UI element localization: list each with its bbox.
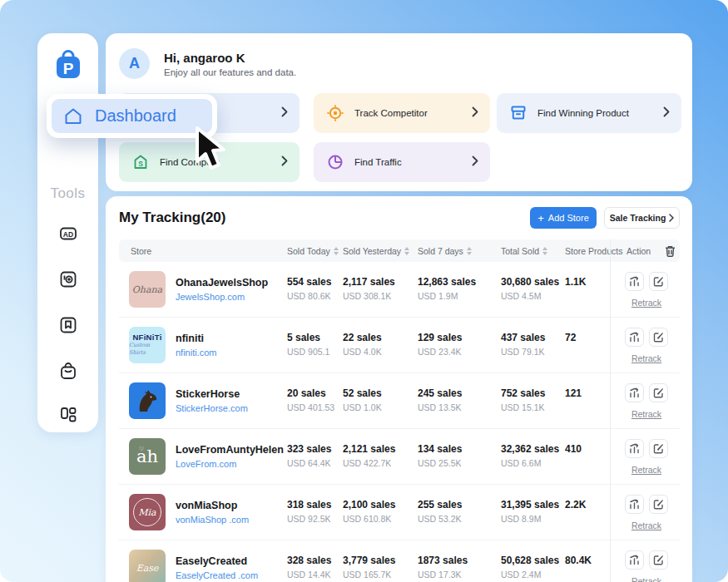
retrack-link[interactable]: Retrack [617, 576, 676, 582]
greeting-subtitle: Enjoy all our features and data. [164, 67, 296, 77]
retrack-link[interactable]: Retrack [617, 465, 676, 475]
svg-text:P: P [63, 60, 74, 77]
store-name: vonMiaShop [176, 500, 237, 511]
sort-icon[interactable] [404, 247, 409, 255]
store-logo: ah♡ [129, 438, 166, 475]
store-products-count: 80.4K [565, 555, 592, 566]
store-logo [129, 382, 166, 419]
store-link[interactable]: StickerHorse.com [176, 403, 248, 413]
table-row: Ease EaselyCreated EaselyCreated .com 32… [119, 540, 680, 582]
feature-card-find-traffic[interactable]: Find Traffic [314, 142, 490, 182]
svg-text:AD: AD [62, 230, 72, 239]
analytics-button[interactable] [625, 328, 644, 347]
edit-button[interactable] [649, 550, 668, 570]
col-sold-yesterday[interactable]: Sold Yesterday [343, 239, 409, 262]
sidebar: P Tools AD [37, 33, 98, 432]
store-link[interactable]: JewelsShop.com [176, 292, 245, 302]
edit-button[interactable] [649, 495, 668, 514]
sort-icon[interactable] [467, 247, 472, 255]
store-name: StickerHorse [176, 388, 240, 400]
app-logo-icon[interactable]: P [52, 48, 85, 81]
feature-card-find-winning-product[interactable]: Find Winning Product [497, 93, 681, 133]
add-store-button[interactable]: + Add Store [530, 207, 597, 229]
store-name: EaselyCreated [176, 555, 247, 567]
store-logo: NFiNiTiCustom Shirts [129, 327, 166, 363]
shop-s-icon: S [131, 153, 150, 171]
tracking-title: My Tracking(20) [119, 210, 226, 226]
product-scan-icon[interactable] [37, 269, 98, 290]
action-cell: Retrack [617, 262, 680, 318]
svg-text:S: S [138, 160, 143, 168]
home-icon [62, 106, 84, 127]
action-cell: Retrack [617, 540, 680, 582]
sort-icon[interactable] [542, 247, 547, 255]
edit-button[interactable] [649, 439, 668, 458]
dashboard-nav-label: Dashboard [95, 106, 176, 126]
mouse-cursor [191, 125, 234, 180]
sort-icon[interactable] [334, 247, 339, 255]
analytics-button[interactable] [625, 495, 644, 514]
store-products-count: 72 [565, 332, 576, 343]
pie-chart-icon [326, 153, 344, 171]
store-link[interactable]: LoveFrom.com [176, 459, 236, 469]
col-sold-7-days[interactable]: Sold 7 days [418, 239, 472, 262]
retrack-link[interactable]: Retrack [617, 298, 676, 308]
table-row: ah♡ LoveFromAuntyHelen LoveFrom.com 323 … [119, 429, 680, 485]
greeting-text: Hi, angaroo K [164, 51, 245, 65]
retrack-link[interactable]: Retrack [617, 520, 676, 530]
analytics-button[interactable] [625, 550, 644, 570]
action-cell: Retrack [617, 318, 680, 373]
store-products-count: 2.2K [565, 499, 586, 510]
avatar[interactable]: A [119, 48, 150, 79]
sale-tracking-button[interactable]: Sale Tracking [604, 207, 680, 229]
store-products-count: 121 [565, 387, 582, 399]
store-name: LoveFromAuntyHelen [176, 444, 284, 456]
plus-icon: + [537, 212, 544, 224]
chevron-right-icon [472, 155, 478, 170]
chevron-right-icon [663, 106, 670, 121]
feature-card-label: Track Competitor [354, 108, 428, 118]
action-cell: Retrack [617, 373, 680, 429]
store-products-count: 410 [565, 443, 582, 455]
chevron-right-icon [281, 155, 288, 170]
horse-logo-image [133, 387, 161, 415]
analytics-button[interactable] [625, 383, 644, 402]
table-row: StickerHorse StickerHorse.com 20 salesUS… [119, 373, 680, 429]
tracking-table: Store Sold Today Sold Yesterday Sold 7 d… [119, 239, 680, 582]
action-cell: Retrack [617, 485, 680, 540]
trash-icon[interactable] [663, 244, 676, 258]
feature-card-label: Find Winning Product [537, 108, 629, 118]
retrack-link[interactable]: Retrack [617, 353, 676, 363]
action-column-divider [610, 239, 611, 582]
store-logo: Ease [129, 550, 166, 582]
store-logo: Ohana [129, 271, 166, 308]
edit-button[interactable] [649, 272, 668, 291]
app-screen: P Tools AD [0, 0, 728, 582]
retrack-link[interactable]: Retrack [617, 409, 676, 419]
table-row: NFiNiTiCustom Shirts nfiniti nfiniti.com… [119, 318, 680, 373]
feature-card-label: Find Traffic [354, 157, 402, 167]
store-link[interactable]: EaselyCreated .com [176, 570, 258, 580]
table-row: Ohana OhanaJewelsShop JewelsShop.com 554… [119, 262, 680, 318]
col-total-sold[interactable]: Total Sold [501, 239, 547, 262]
col-sold-today[interactable]: Sold Today [287, 239, 339, 262]
store-name: nfiniti [176, 333, 204, 344]
analytics-button[interactable] [625, 272, 644, 291]
feature-card-track-competitor[interactable]: Track Competitor [314, 93, 490, 133]
tools-section-label: Tools [37, 185, 98, 202]
bookmark-icon[interactable] [37, 314, 98, 336]
ads-icon[interactable]: AD [37, 223, 98, 244]
table-header: Store Sold Today Sold Yesterday Sold 7 d… [119, 239, 680, 262]
analytics-button[interactable] [625, 439, 644, 458]
store-link[interactable]: nfiniti.com [176, 348, 217, 358]
store-products-count: 1.1K [565, 276, 586, 288]
target-icon [326, 104, 344, 122]
edit-button[interactable] [649, 383, 668, 402]
edit-button[interactable] [649, 328, 668, 347]
col-store: Store [131, 239, 151, 262]
store-link[interactable]: vonMiaShop .com [176, 515, 249, 525]
shop-bag-icon[interactable] [37, 361, 98, 382]
my-tracking-card: My Tracking(20) + Add Store Sale Trackin… [106, 196, 692, 582]
col-store-products: Store Products [565, 239, 622, 262]
apps-blocks-icon[interactable] [37, 404, 98, 426]
